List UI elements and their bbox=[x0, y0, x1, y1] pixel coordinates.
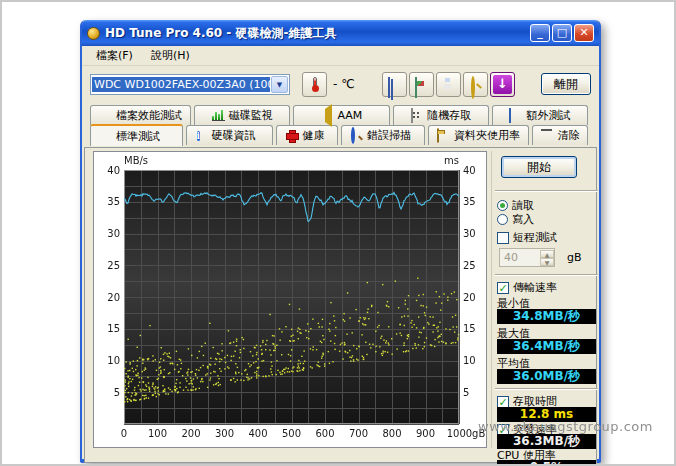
benchmark-controls: 開始 讀取 寫入 短程測試 40 ▲▼ gB bbox=[495, 148, 598, 464]
avg-value: 36.0MB/秒 bbox=[497, 369, 596, 384]
tab-erase[interactable]: 清除 bbox=[532, 125, 588, 145]
copy-image-button[interactable] bbox=[409, 72, 434, 97]
drive-select[interactable]: WDC WD1002FAEX-00Z3A0 (1000 gB ▼ bbox=[90, 74, 290, 95]
checkbox-unchecked-icon bbox=[497, 232, 509, 244]
transfer-rate-checkbox[interactable]: ✓ 傳輸速率 bbox=[497, 280, 557, 295]
tab-random-access[interactable]: 隨機存取 bbox=[393, 105, 489, 125]
read-radio[interactable]: 讀取 bbox=[497, 198, 534, 213]
tab-file-benchmark[interactable]: 檔案效能測試 bbox=[90, 105, 191, 125]
checkbox-checked-icon: ✓ bbox=[497, 282, 509, 294]
copy-button[interactable] bbox=[382, 72, 407, 97]
chevron-down-icon[interactable]: ▼ bbox=[271, 76, 288, 93]
bar-chart-icon bbox=[212, 110, 225, 121]
tab-error-scan[interactable]: 錯誤掃描 bbox=[341, 125, 425, 145]
chart-panel bbox=[93, 151, 487, 448]
title-bar[interactable]: HD Tune Pro 4.60 - 硬碟檢測-維護工具 _ □ ✕ bbox=[82, 20, 599, 46]
max-value: 36.4MB/秒 bbox=[497, 339, 596, 354]
update-button[interactable]: ↓ bbox=[490, 72, 515, 97]
radio-unselected-icon bbox=[497, 214, 508, 225]
min-value: 34.8MB/秒 bbox=[497, 309, 596, 324]
copy-icon bbox=[388, 77, 390, 98]
health-cross-icon bbox=[285, 129, 298, 142]
screenshot-page: HD Tune Pro 4.60 - 硬碟檢測-維護工具 _ □ ✕ 檔案(F)… bbox=[0, 0, 676, 466]
menu-bar: 檔案(F) 說明(H) bbox=[82, 46, 599, 66]
close-icon[interactable]: ✕ bbox=[574, 24, 594, 42]
tabs-area: 檔案效能測試 磁碟監視 AAM 隨機存取 額外測試 標準測試 i硬碟資訊 健康 … bbox=[82, 102, 599, 147]
tab-folder-usage[interactable]: 資料夾使用率 bbox=[428, 125, 529, 145]
table-icon bbox=[509, 108, 511, 123]
tab-benchmark[interactable]: 標準測試 bbox=[90, 124, 183, 146]
start-button[interactable]: 開始 bbox=[501, 156, 577, 178]
spinner-value: 40 bbox=[500, 251, 540, 264]
short-stroke-checkbox[interactable]: 短程測試 bbox=[497, 230, 557, 245]
checkbox-checked-icon: ✓ bbox=[497, 396, 509, 408]
tab-disk-info[interactable]: i硬碟資訊 bbox=[186, 125, 274, 145]
tab-extra-tests[interactable]: 額外測試 bbox=[492, 105, 588, 125]
benchmark-chart bbox=[94, 152, 486, 447]
spinner-down-icon[interactable]: ▼ bbox=[540, 258, 554, 266]
panel-divider bbox=[491, 151, 492, 448]
exit-button[interactable]: 離開 bbox=[541, 73, 591, 95]
minimize-icon[interactable]: _ bbox=[530, 24, 550, 42]
drive-select-value: WDC WD1002FAEX-00Z3A0 (1000 gB bbox=[92, 77, 270, 92]
short-stroke-size-spinner[interactable]: 40 ▲▼ bbox=[499, 248, 555, 267]
benchmark-page: 開始 讀取 寫入 短程測試 40 ▲▼ gB bbox=[84, 147, 597, 463]
speaker-icon bbox=[320, 104, 332, 127]
write-radio[interactable]: 寫入 bbox=[497, 212, 534, 227]
spinner-unit-label: gB bbox=[567, 251, 582, 264]
burst-rate-value: 36.3MB/秒 bbox=[497, 434, 596, 449]
temperature-button[interactable] bbox=[302, 72, 327, 97]
keys-icon bbox=[471, 76, 475, 99]
update-download-icon: ↓ bbox=[493, 75, 512, 94]
maximize-icon[interactable]: □ bbox=[552, 24, 572, 42]
watermark: www.cheungstgroup.com bbox=[478, 419, 653, 434]
menu-file[interactable]: 檔案(F) bbox=[88, 46, 141, 65]
options-button[interactable] bbox=[463, 72, 488, 97]
dice-icon bbox=[411, 108, 413, 123]
thermometer-icon bbox=[313, 77, 317, 91]
cpu-usage-value: 0.5% bbox=[497, 460, 596, 466]
toolbar: WDC WD1002FAEX-00Z3A0 (1000 gB ▼ - ℃ ↓ 離… bbox=[82, 66, 599, 102]
temperature-value: - ℃ bbox=[333, 77, 355, 91]
hdtune-window: HD Tune Pro 4.60 - 硬碟檢測-維護工具 _ □ ✕ 檔案(F)… bbox=[80, 20, 601, 463]
tab-health[interactable]: 健康 bbox=[276, 125, 337, 145]
tab-disk-monitor[interactable]: 磁碟監視 bbox=[194, 105, 290, 125]
tab-aam[interactable]: AAM bbox=[293, 105, 389, 125]
window-title: HD Tune Pro 4.60 - 硬碟檢測-維護工具 bbox=[105, 25, 530, 42]
copy-image-icon bbox=[415, 77, 417, 98]
save-button[interactable] bbox=[436, 72, 461, 97]
menu-help[interactable]: 說明(H) bbox=[143, 46, 198, 65]
magnifier-icon bbox=[351, 127, 355, 144]
radio-selected-icon bbox=[497, 200, 508, 211]
spinner-up-icon[interactable]: ▲ bbox=[540, 250, 554, 258]
app-icon bbox=[87, 27, 100, 40]
folder-icon bbox=[437, 128, 439, 143]
info-icon: i bbox=[197, 131, 200, 141]
